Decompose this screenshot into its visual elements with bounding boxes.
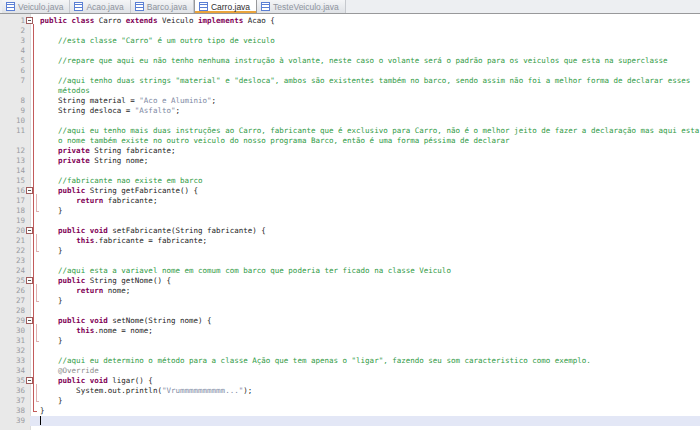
code-token: setFabricante(String fabricante) { — [108, 226, 266, 235]
line-number — [0, 136, 30, 146]
fold-margin — [30, 56, 40, 66]
fold-toggle-icon[interactable] — [26, 17, 33, 24]
code-line-text[interactable]: o nome também existe no outro veiculo do… — [40, 136, 700, 146]
class-fold-guide — [33, 236, 34, 246]
class-fold-guide — [33, 26, 34, 36]
code-line-text[interactable]: //aqui tenho duas strings "material" e "… — [40, 76, 700, 86]
line-number: 27 — [0, 296, 30, 306]
code-line-text[interactable] — [40, 216, 700, 226]
text-caret — [40, 416, 41, 425]
line-number: 5 — [0, 56, 30, 66]
code-line-text[interactable] — [40, 306, 700, 316]
fold-margin — [30, 46, 40, 56]
line-number: 23 — [0, 256, 30, 266]
code-line-text[interactable]: //repare que aqui eu não tenho nenhuma i… — [40, 56, 700, 66]
line-number: 15 — [0, 176, 30, 186]
code-line-text[interactable] — [40, 416, 700, 426]
code-line-text[interactable]: } — [40, 246, 700, 256]
code-token — [40, 316, 58, 325]
code-token: //repare que aqui eu não tenho nenhuma i… — [40, 56, 668, 65]
fold-toggle-icon[interactable] — [26, 187, 33, 194]
method-fold-guide-end — [36, 251, 39, 252]
code-line-text[interactable]: return fabricante; — [40, 196, 700, 206]
code-line-text[interactable]: //aqui eu determino o método para a clas… — [40, 356, 700, 366]
code-token: this — [76, 326, 94, 335]
fold-margin — [30, 326, 40, 336]
code-line-text[interactable]: String desloca = "Asfalto"; — [40, 106, 700, 116]
code-line-text[interactable]: public String getFabricante() { — [40, 186, 700, 196]
code-row: 36 System.out.println("Vrummmmmmmmmm..."… — [0, 386, 700, 396]
fold-margin — [30, 86, 40, 96]
code-line-text[interactable]: métodos — [40, 86, 700, 96]
code-line-text[interactable]: this.fabricante = fabricante; — [40, 236, 700, 246]
fold-margin — [30, 36, 40, 46]
code-line-text[interactable]: private String fabricante; — [40, 146, 700, 156]
code-token — [40, 156, 58, 165]
method-fold-guide — [36, 196, 37, 206]
code-line-text[interactable] — [40, 256, 700, 266]
fold-toggle-icon[interactable] — [26, 277, 33, 284]
code-line-text[interactable]: //esta classe "Carro" é um outro tipo de… — [40, 36, 700, 46]
code-line-text[interactable] — [40, 166, 700, 176]
tab-testeveiculo-java[interactable]: TesteVeiculo.java — [257, 0, 346, 13]
code-line-text[interactable]: public String getNome() { — [40, 276, 700, 286]
code-line-text[interactable]: this.nome = nome; — [40, 326, 700, 336]
code-line-text[interactable]: public class Carro extends Veiculo imple… — [40, 16, 700, 26]
code-row: 35 public void ligar() { — [0, 376, 700, 386]
code-line-text[interactable] — [40, 66, 700, 76]
fold-margin — [30, 226, 40, 236]
code-line-text[interactable]: String material = "Aco e Aluminio"; — [40, 96, 700, 106]
code-token: void — [90, 226, 108, 235]
code-line-text[interactable]: //aqui eu tenho mais duas instruções ao … — [40, 126, 700, 136]
code-line-text[interactable] — [40, 116, 700, 126]
code-token: "Asfalto" — [135, 106, 176, 115]
code-line-text[interactable]: @Override — [40, 366, 700, 376]
code-line-text[interactable]: } — [40, 206, 700, 216]
tab-label: Acao.java — [86, 2, 123, 12]
code-row: 4 — [0, 46, 700, 56]
java-file-icon — [6, 2, 15, 11]
class-fold-guide — [33, 306, 34, 316]
code-line-text[interactable] — [40, 346, 700, 356]
class-fold-guide — [33, 226, 34, 236]
code-line-text[interactable]: public void setFabricante(String fabrica… — [40, 226, 700, 236]
fold-margin — [30, 136, 40, 146]
code-row: 16 public String getFabricante() { — [0, 186, 700, 196]
class-fold-guide — [33, 56, 34, 66]
method-fold-guide-end — [36, 341, 39, 342]
code-token: ); — [243, 386, 252, 395]
code-line-text[interactable] — [40, 46, 700, 56]
line-number: 36 — [0, 386, 30, 396]
method-fold-guide — [36, 326, 37, 336]
tab-barco-java[interactable]: Barco.java — [131, 0, 194, 13]
code-line-text[interactable]: return nome; — [40, 286, 700, 296]
code-line-text[interactable]: public void setNome(String nome) { — [40, 316, 700, 326]
code-line-text[interactable]: //aqui esta a variavel nome em comum com… — [40, 266, 700, 276]
code-token: public — [58, 276, 85, 285]
class-fold-guide — [33, 146, 34, 156]
code-line-text[interactable] — [40, 26, 700, 36]
code-editor[interactable]: 1public class Carro extends Veiculo impl… — [0, 14, 700, 430]
line-number: 30 — [0, 326, 30, 336]
code-line-text[interactable]: } — [40, 336, 700, 346]
class-fold-guide — [33, 86, 34, 96]
code-token — [40, 286, 76, 295]
tab-carro-java[interactable]: Carro.java — [194, 0, 257, 13]
java-file-icon — [199, 2, 208, 11]
fold-toggle-icon[interactable] — [26, 317, 33, 324]
code-line-text[interactable]: private String nome; — [40, 156, 700, 166]
code-line-text[interactable]: public void ligar() { — [40, 376, 700, 386]
code-line-text[interactable]: //fabricante nao existe em barco — [40, 176, 700, 186]
tab-acao-java[interactable]: Acao.java — [70, 0, 130, 13]
fold-toggle-icon[interactable] — [26, 227, 33, 234]
code-line-text[interactable]: } — [40, 406, 700, 416]
code-token: return — [76, 196, 103, 205]
code-line-text[interactable]: } — [40, 296, 700, 306]
fold-margin — [30, 216, 40, 226]
code-token — [40, 236, 76, 245]
code-token: .fabricante = fabricante; — [94, 236, 207, 245]
code-line-text[interactable]: System.out.println("Vrummmmmmmmmm..."); — [40, 386, 700, 396]
code-line-text[interactable]: } — [40, 396, 700, 406]
tab-veiculo-java[interactable]: Veiculo.java — [2, 0, 70, 13]
fold-toggle-icon[interactable] — [26, 377, 33, 384]
